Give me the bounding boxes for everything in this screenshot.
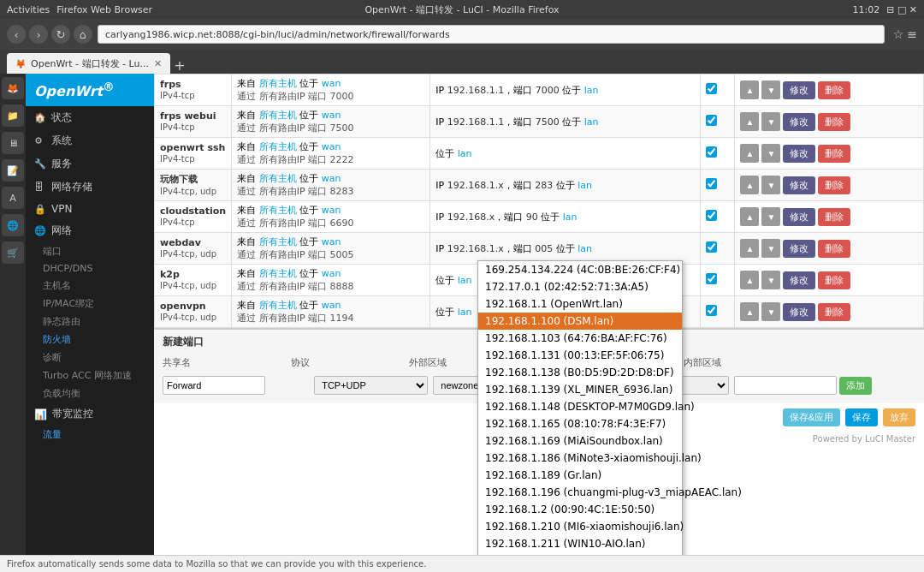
- sidebar-icon-6[interactable]: 🌐: [2, 214, 24, 236]
- nav-section-dhcp[interactable]: DHCP/DNS: [26, 260, 154, 277]
- rule-down-button[interactable]: ▼: [761, 176, 780, 194]
- rule-edit-button[interactable]: 修改: [783, 113, 815, 131]
- dropdown-item[interactable]: 192.168.1.139 (XL_MINER_6936.lan): [478, 381, 682, 398]
- dropdown-item[interactable]: 192.168.1.131 (00:13:EF:5F:06:75): [478, 347, 682, 364]
- home-button[interactable]: ⌂: [74, 25, 92, 44]
- nav-section-routes[interactable]: 静态路由: [26, 313, 154, 331]
- nav-section-turbo[interactable]: Turbo ACC 网络加速: [26, 366, 154, 384]
- dropdown-item[interactable]: 192.168.1.103 (64:76:BA:AF:FC:76): [478, 330, 682, 347]
- nav-section-hostname[interactable]: 主机名: [26, 277, 154, 295]
- save-apply-button[interactable]: 保存&应用: [783, 408, 840, 426]
- rule-up-button[interactable]: ▲: [740, 80, 759, 99]
- save-button[interactable]: 保存: [845, 408, 878, 426]
- sidebar-icon-7[interactable]: 🛒: [2, 241, 24, 264]
- dropdown-item[interactable]: 192.168.1.148 (DESKTOP-M7M0GD9.lan): [478, 398, 682, 415]
- reload-button[interactable]: ↻: [51, 25, 70, 44]
- rule-delete-button[interactable]: 删除: [818, 113, 850, 131]
- form-int-ip-input[interactable]: [734, 376, 837, 395]
- rule-up-button[interactable]: ▲: [740, 176, 759, 194]
- rule-up-button[interactable]: ▲: [740, 207, 759, 226]
- bookmark-icon[interactable]: ☆: [893, 27, 904, 41]
- forward-button[interactable]: ›: [29, 25, 48, 44]
- dropdown-item[interactable]: 192.168.1.165 (08:10:78:F4:3E:F7): [478, 415, 682, 432]
- rule-up-button[interactable]: ▲: [740, 271, 759, 289]
- rule-down-button[interactable]: ▼: [761, 239, 780, 258]
- ip-dropdown[interactable]: 169.254.134.224 (4C:0B:BE:26:CF:F4) 172.…: [477, 260, 683, 555]
- dropdown-item[interactable]: 192.168.1.211 (WIN10-AIO.lan): [478, 535, 682, 552]
- nav-section-firewall[interactable]: 防火墙: [26, 331, 154, 349]
- rule-down-button[interactable]: ▼: [761, 80, 780, 99]
- sidebar-icon-3[interactable]: 🖥: [2, 132, 24, 154]
- rule-edit-button[interactable]: 修改: [783, 145, 815, 163]
- back-button[interactable]: ‹: [7, 25, 26, 44]
- new-tab-button[interactable]: +: [174, 57, 185, 74]
- dropdown-item[interactable]: 192.168.1.2 (00:90:4C:1E:50:50): [478, 501, 682, 518]
- sidebar-icon-5[interactable]: A: [2, 187, 24, 209]
- dropdown-item[interactable]: 192.168.1.138 (B0:D5:9D:2D:D8:DF): [478, 364, 682, 381]
- os-controls[interactable]: ⊟ □ ✕: [886, 4, 917, 15]
- menu-icon[interactable]: ≡: [907, 27, 917, 41]
- rule-delete-button[interactable]: 删除: [818, 81, 850, 99]
- form-name-input[interactable]: [163, 376, 265, 395]
- rule-enabled[interactable]: [706, 178, 717, 189]
- dropdown-item[interactable]: 192.168.1.196 (chuangmi-plug-v3_miapAEAC…: [478, 484, 682, 501]
- nav-item-network[interactable]: 🌐 网络: [26, 219, 154, 242]
- rule-delete-button[interactable]: 删除: [818, 145, 850, 163]
- rule-delete-button[interactable]: 删除: [818, 176, 850, 194]
- dropdown-item[interactable]: 192.168.1.210 (MI6-xiaomishouji6.lan): [478, 518, 682, 535]
- rule-delete-button[interactable]: 删除: [818, 271, 850, 289]
- rule-up-button[interactable]: ▲: [740, 302, 759, 321]
- address-bar[interactable]: carlyang1986.wicp.net:8088/cgi-bin/luci/…: [98, 25, 885, 44]
- rule-down-button[interactable]: ▼: [761, 144, 780, 163]
- dropdown-item[interactable]: 172.17.0.1 (02:42:52:71:3A:A5): [478, 278, 682, 295]
- nav-item-services[interactable]: 🔧 服务: [26, 152, 154, 176]
- nav-item-vpn[interactable]: 🔒 VPN: [26, 199, 154, 219]
- rule-edit-button[interactable]: 修改: [783, 303, 815, 321]
- tab-close-button[interactable]: ✕: [154, 58, 162, 69]
- nav-section-ports[interactable]: 端口: [26, 242, 154, 260]
- sidebar-icon-1[interactable]: 🦊: [2, 77, 24, 99]
- rule-enabled[interactable]: [706, 146, 717, 158]
- sidebar-icon-2[interactable]: 📁: [2, 104, 24, 127]
- dropdown-item[interactable]: 192.168.1.189 (Gr.lan): [478, 467, 682, 484]
- sidebar-icon-4[interactable]: 📝: [2, 159, 24, 182]
- dropdown-item[interactable]: 192.168.1.215 (vivo-Y55.lan): [478, 552, 682, 555]
- rule-up-button[interactable]: ▲: [740, 144, 759, 163]
- nav-section-diagnose[interactable]: 诊断: [26, 349, 154, 366]
- nav-section-traffic[interactable]: 流量: [26, 426, 154, 444]
- rule-edit-button[interactable]: 修改: [783, 208, 815, 226]
- rule-edit-button[interactable]: 修改: [783, 176, 815, 194]
- rule-edit-button[interactable]: 修改: [783, 271, 815, 289]
- rule-enabled[interactable]: [706, 115, 717, 126]
- nav-item-status[interactable]: 🏠 状态: [26, 106, 154, 129]
- rule-down-button[interactable]: ▼: [761, 112, 780, 131]
- rule-edit-button[interactable]: 修改: [783, 240, 815, 258]
- dropdown-item[interactable]: 192.168.1.1 (OpenWrt.lan): [478, 295, 682, 313]
- rule-delete-button[interactable]: 删除: [818, 303, 850, 321]
- dropdown-item[interactable]: 192.168.1.169 (MiAiSoundbox.lan): [478, 432, 682, 450]
- dropdown-item-selected[interactable]: 192.168.1.100 (DSM.lan): [478, 313, 682, 330]
- rule-down-button[interactable]: ▼: [761, 302, 780, 321]
- add-rule-button[interactable]: 添加: [839, 377, 872, 395]
- nav-section-ipmac[interactable]: IP/MAC绑定: [26, 295, 154, 313]
- activities-label[interactable]: Activities: [7, 4, 50, 15]
- form-proto-select[interactable]: TCP+UDP TCP UDP: [314, 376, 428, 395]
- rule-enabled[interactable]: [706, 83, 717, 94]
- rule-enabled[interactable]: [706, 273, 717, 284]
- rule-up-button[interactable]: ▲: [740, 112, 759, 131]
- nav-item-bandwidth[interactable]: 📊 带宽监控: [26, 402, 154, 426]
- dropdown-item[interactable]: 169.254.134.224 (4C:0B:BE:26:CF:F4): [478, 261, 682, 278]
- discard-button[interactable]: 放弃: [883, 408, 915, 426]
- nav-section-loadbalance[interactable]: 负载均衡: [26, 384, 154, 402]
- rule-enabled[interactable]: [706, 305, 717, 316]
- rule-delete-button[interactable]: 删除: [818, 208, 850, 226]
- nav-item-storage[interactable]: 🗄 网络存储: [26, 176, 154, 199]
- nav-item-system[interactable]: ⚙ 系统: [26, 129, 154, 152]
- rule-enabled[interactable]: [706, 210, 717, 221]
- rule-up-button[interactable]: ▲: [740, 239, 759, 258]
- rule-delete-button[interactable]: 删除: [818, 240, 850, 258]
- rule-down-button[interactable]: ▼: [761, 271, 780, 289]
- rule-edit-button[interactable]: 修改: [783, 81, 815, 99]
- browser-tab[interactable]: 🦊 OpenWrt - 端口转发 - Lu... ✕: [7, 53, 170, 74]
- rule-down-button[interactable]: ▼: [761, 207, 780, 226]
